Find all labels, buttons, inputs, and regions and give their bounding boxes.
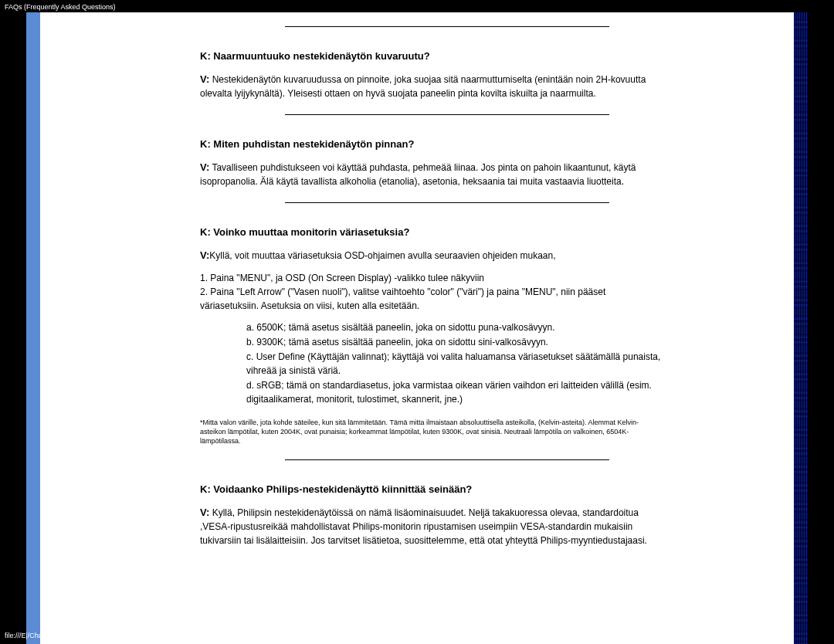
q-text: Voinko muuttaa monitorin väriasetuksia? bbox=[211, 226, 410, 238]
sub-item: a. 6500K; tämä asetus sisältää paneelin,… bbox=[246, 320, 663, 335]
a-text: Kyllä, voit muuttaa väriasetuksia OSD-oh… bbox=[209, 250, 555, 261]
faq-sublist: a. 6500K; tämä asetus sisältää paneelin,… bbox=[246, 320, 663, 407]
faq-footnote: *Mitta valon värille, jota kohde säteile… bbox=[200, 418, 663, 446]
left-accent-bar bbox=[26, 12, 40, 644]
sub-item: d. sRGB; tämä on standardiasetus, joka v… bbox=[246, 378, 663, 407]
right-decorative-strip bbox=[794, 12, 808, 644]
faq-answer: V: Tavalliseen puhdistukseen voi käyttää… bbox=[200, 161, 663, 188]
q-label: K: bbox=[200, 138, 211, 150]
faq-question: K: Voidaanko Philips-nestekidenäyttö kii… bbox=[200, 483, 663, 495]
a-label: V: bbox=[200, 249, 209, 261]
a-label: V: bbox=[200, 73, 209, 85]
faq-question: K: Naarmuuntuuko nestekidenäytön kuvaruu… bbox=[200, 50, 663, 62]
divider bbox=[285, 459, 609, 460]
document-sheet: K: Naarmuuntuuko nestekidenäytön kuvaruu… bbox=[26, 12, 808, 644]
divider bbox=[285, 26, 609, 27]
a-text: Tavalliseen puhdistukseen voi käyttää pu… bbox=[200, 162, 636, 187]
q-label: K: bbox=[200, 50, 211, 62]
q-label: K: bbox=[200, 483, 211, 495]
a-text: Nestekidenäytön kuvaruudussa on pinnoite… bbox=[200, 74, 646, 99]
sub-item: c. User Define (Käyttäjän valinnat); käy… bbox=[246, 350, 663, 378]
faq-answer: V:Kyllä, voit muuttaa väriasetuksia OSD-… bbox=[200, 249, 663, 263]
a-label: V: bbox=[200, 161, 209, 173]
q-label: K: bbox=[200, 226, 211, 238]
q-text: Miten puhdistan nestekidenäytön pinnan? bbox=[211, 138, 415, 150]
q-text: Voidaanko Philips-nestekidenäyttö kiinni… bbox=[211, 483, 473, 495]
faq-answer: V: Nestekidenäytön kuvaruudussa on pinno… bbox=[200, 73, 663, 100]
page-root: FAQs (Frequently Asked Questions) K: Naa… bbox=[0, 0, 834, 644]
divider bbox=[285, 202, 609, 203]
footer-path: file:///E|/Change/Philips/221E CD MANUAL… bbox=[5, 631, 409, 641]
faq-question: K: Voinko muuttaa monitorin väriasetuksi… bbox=[200, 226, 663, 238]
step-item: 1. Paina "MENU", ja OSD (On Screen Displ… bbox=[200, 271, 663, 285]
divider bbox=[285, 114, 609, 115]
faq-question: K: Miten puhdistan nestekidenäytön pinna… bbox=[200, 138, 663, 150]
a-text: Kyllä, Philipsin nestekidenäytöissä on n… bbox=[200, 507, 647, 545]
q-text: Naarmuuntuuko nestekidenäytön kuvaruutu? bbox=[211, 50, 430, 62]
step-item: 2. Paina "Left Arrow" ("Vasen nuoli"), v… bbox=[200, 285, 663, 313]
faq-steps: 1. Paina "MENU", ja OSD (On Screen Displ… bbox=[200, 271, 663, 313]
sub-item: b. 9300K; tämä asetus sisältää paneelin,… bbox=[246, 335, 663, 350]
a-label: V: bbox=[200, 507, 209, 518]
faq-answer: V: Kyllä, Philipsin nestekidenäytöissä o… bbox=[200, 506, 663, 547]
content-area: K: Naarmuuntuuko nestekidenäytön kuvaruu… bbox=[231, 12, 663, 554]
